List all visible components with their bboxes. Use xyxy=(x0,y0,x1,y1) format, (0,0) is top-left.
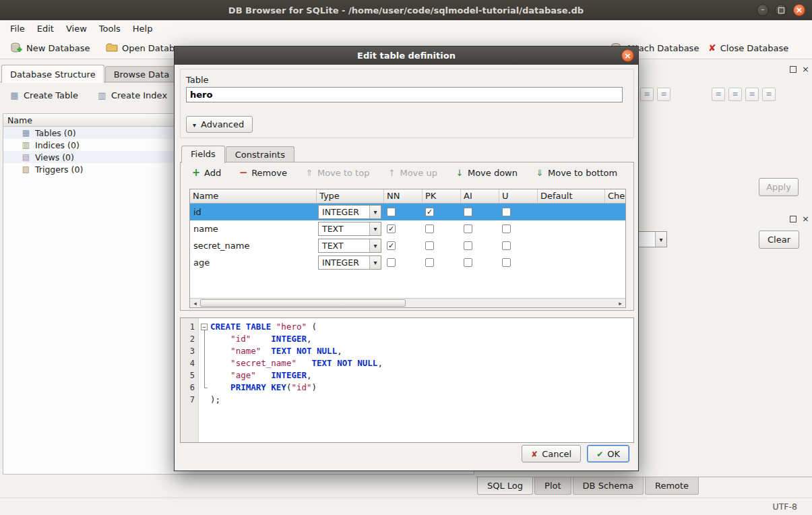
new-database-button[interactable]: New Database xyxy=(7,39,94,57)
scrollbar-thumb[interactable] xyxy=(200,299,406,307)
check-cell xyxy=(605,204,626,220)
create-index-icon xyxy=(97,90,107,100)
fold-collapse-icon[interactable] xyxy=(201,324,208,330)
sql-token xyxy=(296,358,312,368)
tab-database-structure[interactable]: Database Structure xyxy=(1,65,104,83)
remove-field-button[interactable]: Remove xyxy=(235,166,291,180)
pk-checkbox[interactable] xyxy=(425,241,434,250)
u-checkbox[interactable] xyxy=(502,258,511,267)
default-cell xyxy=(538,204,605,220)
tab-fields[interactable]: Fields xyxy=(181,146,225,163)
type-combo[interactable]: INTEGER xyxy=(318,255,381,270)
sql-code: "name" TEXT NOT NULL, xyxy=(210,345,342,357)
table-name-input[interactable] xyxy=(186,87,623,102)
tab-plot[interactable]: Plot xyxy=(534,477,571,495)
type-combo[interactable]: TEXT xyxy=(318,222,381,236)
u-cell xyxy=(499,254,538,271)
u-checkbox[interactable] xyxy=(502,241,511,250)
tab-db-schema[interactable]: DB Schema xyxy=(573,477,644,495)
maximize-icon[interactable] xyxy=(775,4,787,16)
menu-view[interactable]: View xyxy=(60,22,93,36)
move-to-bottom-button[interactable]: Move to bottom xyxy=(531,166,621,180)
menu-help[interactable]: Help xyxy=(127,22,159,36)
dock-toolbar-icon[interactable] xyxy=(657,88,670,101)
dock-toolbar-icon[interactable] xyxy=(745,88,759,101)
pk-checkbox[interactable] xyxy=(425,258,434,267)
field-row[interactable]: nameTEXT xyxy=(190,220,625,237)
type-combo[interactable]: TEXT xyxy=(318,239,381,253)
column-header-default[interactable]: Default xyxy=(538,189,605,203)
column-header-name[interactable]: Name xyxy=(190,189,317,203)
line-number: 5 xyxy=(181,369,199,382)
add-field-button[interactable]: Add xyxy=(187,166,225,180)
dock-float-icon[interactable] xyxy=(790,66,797,73)
menu-file[interactable]: File xyxy=(4,22,31,36)
menu-tools[interactable]: Tools xyxy=(93,22,127,36)
type-combo[interactable]: INTEGER xyxy=(318,205,381,219)
move-to-top-button[interactable]: Move to top xyxy=(301,166,373,180)
advanced-toggle-button[interactable]: Advanced xyxy=(186,116,253,133)
tab-browse-data[interactable]: Browse Data xyxy=(105,66,179,83)
column-header-ai[interactable]: AI xyxy=(461,189,499,203)
remove-field-label: Remove xyxy=(251,168,287,178)
cancel-button[interactable]: Cancel xyxy=(522,445,581,462)
close-icon[interactable] xyxy=(793,4,805,16)
create-table-button[interactable]: Create Table xyxy=(5,88,82,102)
sql-token: , xyxy=(307,334,312,344)
dock-toolbar-icon[interactable] xyxy=(728,88,742,101)
nn-checkbox[interactable] xyxy=(387,208,396,216)
clear-button[interactable]: Clear xyxy=(759,231,799,249)
column-header-type[interactable]: Type xyxy=(317,189,384,203)
sql-token: ( xyxy=(307,322,317,332)
field-row[interactable]: ageINTEGER xyxy=(190,254,625,271)
ai-checkbox[interactable] xyxy=(464,241,472,250)
dock-toolbar-icon[interactable] xyxy=(712,88,725,101)
ai-cell xyxy=(461,237,499,254)
dock-toolbar-icon[interactable] xyxy=(762,88,776,101)
apply-button[interactable]: Apply xyxy=(759,178,799,196)
dock-close-icon[interactable] xyxy=(802,214,809,224)
pk-checkbox[interactable] xyxy=(425,224,434,233)
move-up-button[interactable]: Move up xyxy=(383,166,441,180)
ai-checkbox[interactable] xyxy=(464,224,472,233)
field-row[interactable]: secret_nameTEXT xyxy=(190,237,625,254)
sql-line: 5 "age" INTEGER, xyxy=(181,369,633,382)
create-index-button[interactable]: Create Index xyxy=(93,88,171,102)
column-header-nn[interactable]: NN xyxy=(384,189,423,203)
column-header-pk[interactable]: PK xyxy=(423,189,461,203)
ai-checkbox[interactable] xyxy=(464,258,472,267)
tab-constraints[interactable]: Constraints xyxy=(226,146,294,162)
close-database-button[interactable]: Close Database xyxy=(705,39,792,57)
window-titlebar[interactable]: DB Browser for SQLite - /home/user/code/… xyxy=(0,0,812,20)
nn-checkbox[interactable] xyxy=(387,224,396,233)
sql-preview[interactable]: 1CREATE TABLE "hero" (2 "id" INTEGER,3 "… xyxy=(180,317,634,443)
check-cell xyxy=(605,254,626,271)
field-row[interactable]: idINTEGER xyxy=(190,204,625,220)
nn-checkbox[interactable] xyxy=(387,241,396,250)
scroll-right-icon[interactable] xyxy=(615,299,625,308)
dialog-titlebar[interactable]: Edit table definition xyxy=(175,47,638,65)
u-checkbox[interactable] xyxy=(502,224,511,233)
nn-checkbox[interactable] xyxy=(387,258,396,267)
tab-remote[interactable]: Remote xyxy=(645,477,699,495)
menu-edit[interactable]: Edit xyxy=(31,22,60,36)
cancel-icon xyxy=(531,449,538,459)
scroll-left-icon[interactable] xyxy=(190,299,200,308)
ai-checkbox[interactable] xyxy=(464,208,472,216)
column-header-u[interactable]: U xyxy=(499,189,538,203)
dock-float-icon[interactable] xyxy=(790,216,797,222)
column-header-check[interactable]: Check xyxy=(605,189,626,203)
u-checkbox[interactable] xyxy=(502,208,511,216)
move-down-button[interactable]: Move down xyxy=(451,166,522,180)
sql-token xyxy=(261,346,271,356)
new-database-label: New Database xyxy=(26,43,90,53)
horizontal-scrollbar[interactable] xyxy=(190,298,625,307)
ok-button[interactable]: OK xyxy=(587,445,629,462)
minimize-icon[interactable] xyxy=(757,4,769,16)
dock-toolbar-icon[interactable] xyxy=(640,88,654,101)
dialog-close-icon[interactable] xyxy=(621,49,634,62)
tab-sql-log[interactable]: SQL Log xyxy=(477,477,533,495)
pk-checkbox[interactable] xyxy=(425,208,434,216)
tree-item-indices-label: Indices (0) xyxy=(35,140,80,150)
dock-close-icon[interactable] xyxy=(802,64,809,74)
